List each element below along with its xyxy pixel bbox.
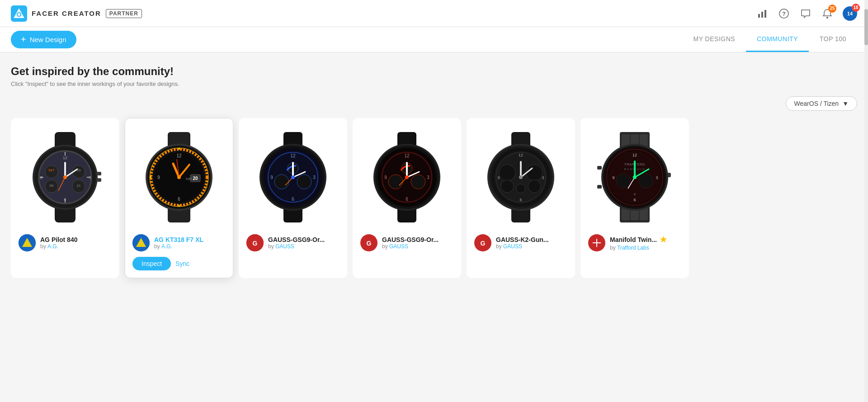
logo-text: FACER CREATOR	[32, 9, 101, 17]
watch-image-area-6: TRAFFORD MANIFOLD 12 3 6 9 4	[588, 128, 681, 227]
watch-card-4[interactable]: 12 3 6 9	[353, 118, 461, 278]
filter-label: WearOS / Tizen	[794, 100, 839, 107]
page-subtitle: Click "Inspect" to see the inner working…	[11, 80, 857, 87]
svg-point-115	[516, 184, 525, 193]
svg-text:66: 66	[50, 184, 54, 188]
watch-card-3[interactable]: 12 3 6 9	[239, 118, 347, 278]
watch-card-2[interactable]: 12 3 6 9 20 SAT	[125, 118, 233, 278]
svg-point-147	[616, 174, 631, 188]
help-icon[interactable]: ?	[778, 7, 790, 20]
svg-text:12: 12	[404, 153, 410, 158]
watch-name-3: GAUSS-GSG9-Or...	[268, 236, 340, 243]
plus-icon: +	[21, 34, 26, 45]
svg-rect-136	[597, 166, 602, 170]
card-meta-4: G GAUSS-GSG9-Or... by GAUSS	[360, 234, 453, 251]
svg-text:6: 6	[292, 197, 294, 202]
tab-community[interactable]: COMMUNITY	[746, 27, 809, 52]
card-info-2: AG KT318 F7 XL by A.G.	[154, 236, 226, 250]
page-title: Get inspired by the community!	[11, 65, 857, 78]
svg-text:6: 6	[633, 198, 636, 202]
inspect-button[interactable]: Inspect	[132, 257, 171, 270]
card-info-4: GAUSS-GSG9-Or... by GAUSS	[382, 236, 453, 250]
svg-text:G: G	[481, 240, 486, 247]
scrollbar-thumb[interactable]	[864, 9, 868, 45]
svg-text:21: 21	[77, 184, 81, 188]
watch-svg-3: 12 3 6 9	[255, 132, 331, 222]
svg-point-114	[528, 180, 541, 193]
scrollbar[interactable]	[864, 0, 868, 402]
svg-point-95	[388, 175, 403, 189]
partner-badge: PARTNER	[106, 9, 142, 18]
svg-text:SAT: SAT	[186, 177, 193, 181]
svg-text:3: 3	[313, 175, 316, 180]
by-text-4: by GAUSS	[382, 243, 453, 250]
svg-text:12: 12	[632, 153, 637, 157]
designer-avatar-5: G	[474, 234, 491, 251]
svg-text:9: 9	[40, 175, 42, 180]
filter-dropdown[interactable]: WearOS / Tizen ▼	[786, 96, 857, 111]
facer-logo-icon	[11, 5, 27, 22]
chat-icon[interactable]	[799, 7, 812, 20]
header-right: ? 25 14 18	[756, 6, 857, 21]
watch-card-1[interactable]: 12 3 6 9 547 29 66 21	[11, 118, 119, 278]
card-info-6: Manifold Twin... ★ by Trafford Labs	[610, 235, 681, 251]
svg-point-101	[405, 175, 409, 179]
user-avatar-text: 14	[847, 11, 853, 16]
svg-point-29	[63, 175, 67, 179]
designer-avatar-3: G	[246, 234, 264, 251]
notifications-icon[interactable]: 25	[821, 7, 834, 20]
svg-text:12: 12	[290, 153, 296, 158]
svg-text:3: 3	[89, 175, 91, 180]
svg-point-113	[501, 180, 514, 193]
designer-name-1: A.G.	[47, 243, 58, 250]
svg-point-48	[150, 176, 151, 178]
designer-name-3: GAUSS	[275, 243, 294, 250]
watch-grid: 12 3 6 9 547 29 66 21	[11, 118, 857, 278]
svg-text:3: 3	[656, 175, 658, 180]
card-meta-1: AG Pilot 840 by A.G.	[19, 234, 112, 251]
user-badge: 18	[852, 4, 860, 12]
star-icon-6: ★	[660, 235, 667, 245]
svg-rect-14	[97, 172, 101, 175]
by-text-3: by GAUSS	[268, 243, 340, 250]
svg-text:547: 547	[48, 168, 55, 172]
svg-text:?: ?	[782, 10, 786, 17]
tab-top-100[interactable]: TOP 100	[809, 27, 857, 52]
svg-text:12: 12	[63, 156, 67, 160]
svg-text:20: 20	[193, 176, 198, 181]
watch-image-area-4: 12 3 6 9	[360, 128, 453, 227]
svg-rect-137	[597, 185, 602, 189]
watch-card-6[interactable]: TRAFFORD MANIFOLD 12 3 6 9 4	[580, 118, 689, 278]
designer-name-5: GAUSS	[503, 243, 522, 250]
watch-card-5[interactable]: 12 3 6 9 G GAUSS-K2	[467, 118, 575, 278]
watch-svg-4: 12 3 6 9	[368, 132, 445, 222]
svg-text:12: 12	[176, 153, 182, 158]
user-avatar[interactable]: 14 18	[843, 6, 857, 21]
stats-icon[interactable]	[756, 7, 769, 20]
watch-image-area-1: 12 3 6 9 547 29 66 21	[19, 128, 112, 227]
svg-point-148	[639, 174, 653, 188]
svg-text:6: 6	[64, 197, 66, 202]
new-design-button[interactable]: + New Design	[11, 31, 76, 48]
tab-my-designs[interactable]: MY DESIGNS	[682, 27, 746, 52]
main-content: Get inspired by the community! Click "In…	[0, 52, 868, 291]
svg-point-76	[297, 175, 311, 189]
svg-rect-4	[758, 14, 760, 18]
watch-svg-5: 12 3 6 9	[482, 132, 559, 222]
designer-avatar-2	[132, 234, 150, 251]
svg-text:G: G	[253, 240, 258, 247]
svg-point-61	[177, 175, 181, 179]
svg-point-122	[519, 175, 523, 179]
logo-area: FACER CREATOR PARTNER	[11, 5, 142, 22]
watch-name-1: AG Pilot 840	[40, 236, 112, 243]
svg-text:6: 6	[406, 197, 408, 202]
svg-text:6: 6	[178, 197, 180, 202]
card-actions-2: Inspect Sync	[132, 257, 226, 270]
card-meta-3: G GAUSS-GSG9-Or... by GAUSS	[246, 234, 340, 251]
svg-rect-6	[764, 10, 766, 18]
svg-point-3	[18, 13, 20, 16]
nav-tabs: MY DESIGNS COMMUNITY TOP 100	[682, 27, 857, 52]
sync-button[interactable]: Sync	[175, 260, 189, 267]
svg-text:3: 3	[542, 175, 544, 180]
svg-text:9: 9	[157, 175, 160, 180]
